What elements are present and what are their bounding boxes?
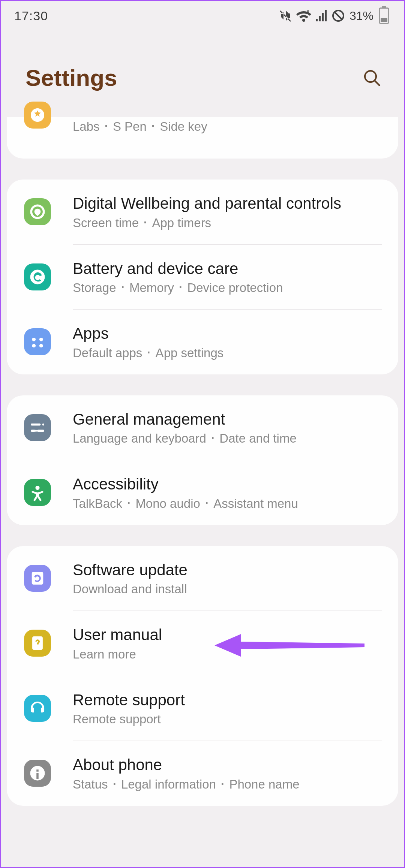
accessibility-icon [24,479,51,506]
svg-text:6: 6 [307,9,309,15]
battery-icon [379,7,389,24]
status-indicators: 6 31% [279,7,389,24]
row-title: About phone [73,755,382,775]
row-title: General management [73,410,382,430]
row-subtitle: Screen time ･ App timers [73,216,382,230]
row-subtitle: Status ･ Legal information ･ Phone name [73,777,382,792]
settings-row-advanced-features[interactable]: Labs ･ S Pen ･ Side key [7,117,398,159]
general-mgmt-icon [24,414,51,441]
row-title: Digital Wellbeing and parental controls [73,194,382,214]
row-subtitle: Language and keyboard ･ Date and time [73,431,382,446]
row-subtitle: Remote support [73,712,382,726]
row-title: Software update [73,560,382,580]
settings-group: General managementLanguage and keyboard … [7,395,398,525]
row-title: Battery and device care [73,259,382,279]
user-manual-icon [24,630,51,657]
settings-row-software-update[interactable]: Software updateDownload and install [7,546,398,611]
row-subtitle: Learn more [73,647,382,661]
status-time: 17:30 [14,9,48,23]
settings-row-device-care[interactable]: Battery and device careStorage ･ Memory … [7,245,398,310]
row-title: Accessibility [73,474,382,494]
row-subtitle: TalkBack ･ Mono audio ･ Assistant menu [73,497,382,511]
settings-group: Digital Wellbeing and parental controlsS… [7,180,398,374]
row-subtitle: Default apps ･ App settings [73,346,382,360]
device-care-icon [24,263,51,290]
battery-percentage: 31% [350,9,374,23]
remote-support-icon [24,695,51,722]
svg-line-4 [375,81,380,85]
search-icon[interactable] [362,68,382,88]
row-title: Remote support [73,690,382,710]
header: Settings [1,31,404,117]
settings-row-wellbeing[interactable]: Digital Wellbeing and parental controlsS… [7,180,398,244]
settings-row-general-mgmt[interactable]: General managementLanguage and keyboard … [7,395,398,460]
settings-group: Labs ･ S Pen ･ Side key [7,117,398,159]
settings-row-user-manual[interactable]: User manualLearn more [7,611,398,676]
settings-row-apps[interactable]: AppsDefault apps ･ App settings [7,310,398,374]
row-subtitle: Storage ･ Memory ･ Device protection [73,281,382,295]
vibrate-mute-icon [279,9,292,22]
row-subtitle: Download and install [73,582,382,596]
page-title: Settings [26,64,117,91]
settings-row-remote-support[interactable]: Remote supportRemote support [7,676,398,741]
settings-row-about-phone[interactable]: About phoneStatus ･ Legal information ･ … [7,741,398,806]
dnd-icon [332,9,345,22]
status-bar: 17:30 6 31% [1,1,404,31]
about-phone-icon [24,760,51,787]
svg-line-2 [334,12,342,19]
wifi-icon: 6 [296,9,311,22]
wellbeing-icon [24,198,51,225]
advanced-features-icon [24,102,51,129]
row-title: User manual [73,625,382,645]
settings-row-accessibility[interactable]: AccessibilityTalkBack ･ Mono audio ･ Ass… [7,460,398,525]
signal-icon [315,9,328,22]
software-update-icon [24,565,51,592]
apps-icon [24,328,51,355]
row-title: Apps [73,324,382,344]
settings-group: Software updateDownload and installUser … [7,546,398,806]
row-subtitle: Labs ･ S Pen ･ Side key [73,120,382,134]
